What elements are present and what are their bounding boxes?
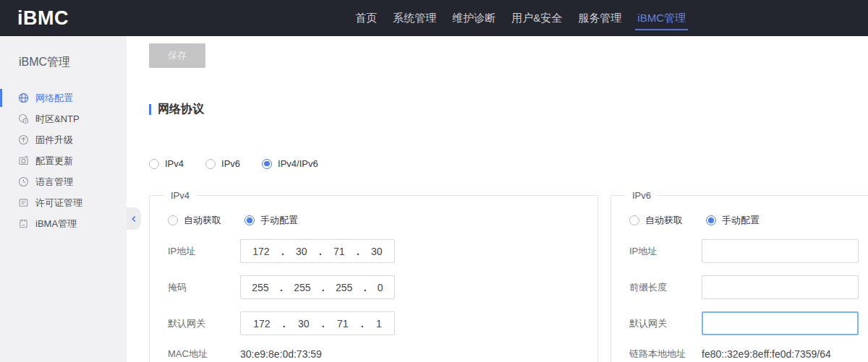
radio-icon xyxy=(629,215,639,225)
ip-octet[interactable]: 71 xyxy=(337,318,349,329)
radio-icon xyxy=(205,159,216,169)
ip-octet[interactable]: 30 xyxy=(296,246,307,257)
sidebar-item-firmware-upgrade[interactable]: 固件升级 xyxy=(0,129,127,150)
radio-icon xyxy=(244,215,255,225)
top-header: iBMC 首页 系统管理 维护诊断 用户&安全 服务管理 iBMC管理 xyxy=(0,0,868,36)
page-title: 网络协议 xyxy=(158,102,204,117)
app-logo: iBMC xyxy=(17,7,69,30)
mode-option-label: 手动配置 xyxy=(260,214,298,227)
sidebar-title: iBMC管理 xyxy=(19,55,127,70)
netmask-input[interactable]: 255 . 255 . 255 . 0 xyxy=(240,275,395,299)
field-label: 默认网关 xyxy=(168,317,240,330)
nav-item-home[interactable]: 首页 xyxy=(355,0,377,36)
protocol-radio-group: IPv4 IPv6 IPv4/IPv6 xyxy=(149,158,868,169)
field-label: 默认网关 xyxy=(629,317,702,330)
nav-item-services[interactable]: 服务管理 xyxy=(578,0,621,36)
sidebar-item-label: 语言管理 xyxy=(35,176,73,189)
ip-octet[interactable]: 1 xyxy=(376,318,382,329)
section-accent-bar xyxy=(149,104,151,115)
ipv6-mode-radio-group: 自动获取 手动配置 xyxy=(629,214,868,227)
sidebar-item-license-management[interactable]: 许可证管理 xyxy=(0,192,127,213)
field-label: 前缀长度 xyxy=(629,281,702,294)
protocol-option-label: IPv4/IPv6 xyxy=(278,158,318,169)
top-nav: 首页 系统管理 维护诊断 用户&安全 服务管理 iBMC管理 xyxy=(355,0,686,36)
radio-icon xyxy=(168,215,178,225)
protocol-option-label: IPv4 xyxy=(165,158,184,169)
language-clock-icon xyxy=(18,176,29,187)
section-header: 网络协议 xyxy=(149,102,868,117)
protocol-option-label: IPv6 xyxy=(221,158,240,169)
ipv4-gateway-row: 默认网关 172 . 30 . 71 . 1 xyxy=(168,311,597,335)
main-content: 保存 网络协议 IPv4 IPv6 IPv4/IPv6 IPv4 xyxy=(127,36,868,362)
nav-item-maintenance[interactable]: 维护诊断 xyxy=(452,0,495,36)
nav-item-user-security[interactable]: 用户&安全 xyxy=(511,0,562,36)
protocol-option-ipv6[interactable]: IPv6 xyxy=(205,158,240,169)
ipv6-address-input[interactable] xyxy=(702,239,859,263)
ip-octet[interactable]: 255 xyxy=(294,282,310,293)
field-label: IP地址 xyxy=(168,245,240,258)
ip-octet[interactable]: 255 xyxy=(336,282,352,293)
nav-item-ibmc-management[interactable]: iBMC管理 xyxy=(637,0,686,36)
ipv4-mode-manual[interactable]: 手动配置 xyxy=(244,214,298,227)
mode-option-label: 自动获取 xyxy=(184,214,221,227)
sidebar-item-timezone-ntp[interactable]: 时区&NTP xyxy=(0,108,127,129)
link-local-address-value: fe80::32e9:8eff:fe0d:7359/64 xyxy=(702,348,831,360)
sidebar-item-label: 网络配置 xyxy=(35,92,73,105)
sidebar-item-label: 配置更新 xyxy=(35,155,73,168)
mode-option-label: 手动配置 xyxy=(722,214,760,227)
sidebar-item-ibma-management[interactable]: iBMA管理 xyxy=(0,213,127,234)
ipv6-panel-legend: IPv6 xyxy=(626,190,658,201)
ipv6-mode-auto[interactable]: 自动获取 xyxy=(629,214,683,227)
sidebar-item-label: iBMA管理 xyxy=(35,217,77,230)
save-button[interactable]: 保存 xyxy=(149,43,205,68)
sidebar-item-language-management[interactable]: 语言管理 xyxy=(0,171,127,192)
ip-separator: . xyxy=(361,318,364,329)
ip-separator: . xyxy=(281,246,284,257)
ipv6-panel: IPv6 自动获取 手动配置 IP地址 前缀长度 xyxy=(610,190,868,362)
mode-option-label: 自动获取 xyxy=(645,214,683,227)
protocol-option-ipv4-ipv6[interactable]: IPv4/IPv6 xyxy=(262,158,318,169)
ipv6-gateway-row: 默认网关 xyxy=(629,311,868,335)
sidebar-item-config-update[interactable]: 配置更新 xyxy=(0,150,127,171)
protocol-panels: IPv4 自动获取 手动配置 IP地址 172 . xyxy=(149,190,868,362)
gateway-input[interactable]: 172 . 30 . 71 . 1 xyxy=(240,311,395,335)
chevron-left-icon xyxy=(129,215,138,223)
ip-octet[interactable]: 172 xyxy=(253,318,270,329)
ip-octet[interactable]: 172 xyxy=(252,246,269,257)
field-label: 掩码 xyxy=(168,281,240,294)
clock-globe-icon xyxy=(18,113,29,124)
ipv6-mode-manual[interactable]: 手动配置 xyxy=(706,214,760,227)
sidebar-item-label: 固件升级 xyxy=(35,134,73,147)
ip-octet[interactable]: 30 xyxy=(298,318,310,329)
ipv4-panel: IPv4 自动获取 手动配置 IP地址 172 . xyxy=(149,190,598,362)
protocol-option-ipv4[interactable]: IPv4 xyxy=(149,158,184,169)
ipv6-link-local-row: 链路本地地址 fe80::32e9:8eff:fe0d:7359/64 xyxy=(629,346,868,362)
field-label: MAC地址 xyxy=(168,348,240,361)
sidebar: iBMC管理 网络配置 时区&NTP xyxy=(0,36,127,362)
ipv4-panel-legend: IPv4 xyxy=(164,190,196,201)
ip-address-input[interactable]: 172 . 30 . 71 . 30 xyxy=(240,239,395,263)
sidebar-item-network-config[interactable]: 网络配置 xyxy=(0,87,127,108)
nav-item-system[interactable]: 系统管理 xyxy=(393,0,436,36)
field-label: IP地址 xyxy=(629,245,702,258)
ip-separator: . xyxy=(322,318,325,329)
globe-icon xyxy=(18,92,29,103)
ip-octet[interactable]: 255 xyxy=(252,282,268,293)
sidebar-collapse-button[interactable] xyxy=(127,207,141,230)
ipv4-mac-row: MAC地址 30:e9:8e:0d:73:59 xyxy=(168,346,597,362)
ip-separator: . xyxy=(280,282,283,293)
sidebar-item-label: 时区&NTP xyxy=(35,113,80,126)
ip-separator: . xyxy=(319,246,322,257)
ip-separator: . xyxy=(364,282,367,293)
ibma-box-icon xyxy=(18,218,29,229)
ipv4-mode-radio-group: 自动获取 手动配置 xyxy=(168,214,597,227)
ipv4-ip-address-row: IP地址 172 . 30 . 71 . 30 xyxy=(168,239,597,263)
ip-octet[interactable]: 71 xyxy=(333,246,345,257)
ipv4-mode-auto[interactable]: 自动获取 xyxy=(168,214,221,227)
ipv6-prefix-row: 前缀长度 xyxy=(629,275,868,299)
ipv6-gateway-input[interactable] xyxy=(702,311,859,335)
ip-octet[interactable]: 0 xyxy=(378,282,383,293)
ip-octet[interactable]: 30 xyxy=(371,246,383,257)
mac-address-value: 30:e9:8e:0d:73:59 xyxy=(240,348,322,360)
prefix-length-input[interactable] xyxy=(702,275,859,299)
